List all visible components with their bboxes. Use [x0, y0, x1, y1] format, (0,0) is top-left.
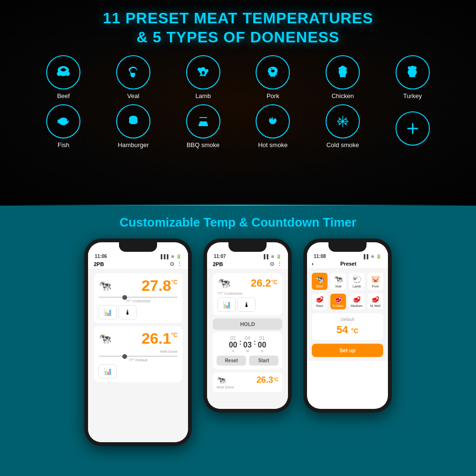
phone-3-preset-title: Preset [340, 261, 357, 267]
phone-2-temp-btn[interactable]: 🌡 [238, 298, 256, 312]
hot-smoke-icon-circle [256, 104, 290, 139]
cold-smoke-icon [332, 111, 353, 132]
hamburger-label: Hamburger [118, 141, 149, 149]
phone-1-probe-2-bottom: 77° Default [99, 356, 178, 362]
meat-item-hot-smoke[interactable]: Hot smoke [249, 104, 297, 149]
phone-3-status-icons: ▌▌ ≋ 🔋 [364, 254, 381, 259]
phone-3-temp-section: Default 54 °C [312, 313, 383, 340]
meat-item-chicken[interactable]: Chicken [319, 55, 367, 99]
phone-1-probe-1-temp: 27.8 °C [141, 277, 178, 295]
phone-2-probe-1-icon: 🐄 [218, 277, 230, 289]
doneness-medium[interactable]: 🥩 Medium [349, 294, 365, 309]
phone-1-temp-btn[interactable]: 🌡 [119, 305, 137, 319]
phone-2-header-icons: ⊙ ⋮ [270, 261, 282, 267]
phone-2-probe-1-top: 🐄 26.2 °C [218, 277, 278, 289]
preset-animal-veal[interactable]: 🐄 Veal [330, 273, 346, 290]
preset-temp-value: 54 °C [316, 324, 379, 336]
timer-col-m1: 04 03 M [243, 336, 252, 353]
doneness-mwell[interactable]: 🥩 M.Well [367, 294, 383, 309]
phone-1-toggle-icon[interactable]: ⊙ [170, 261, 174, 267]
fish-icon-circle [46, 104, 80, 139]
top-section: 11 PRESET MEAT TEMPERATURES & 5 TYPES OF… [0, 0, 476, 205]
meat-item-veal[interactable]: Veal [109, 55, 157, 99]
phone-1-probe-1-slider[interactable]: 77° Customize [99, 297, 178, 303]
phone-2-chart-btn[interactable]: 📊 [218, 298, 236, 312]
doneness-mrare[interactable]: 🥩 M.Rare [330, 294, 346, 309]
phone-2-probe-1-buttons: 📊 🌡 [218, 298, 278, 312]
slider-thumb-2 [122, 354, 127, 359]
timer-reset-btn[interactable]: Reset [217, 356, 246, 366]
meat-item-hamburger[interactable]: Hamburger [109, 104, 157, 149]
meat-item-bbq-smoke[interactable]: BBQ smoke [179, 104, 227, 149]
veal-icon [123, 62, 143, 82]
meat-row-1: Beef Veal Lamb [29, 55, 447, 99]
phone-3-status-bar: 11:08 ▌▌ ≋ 🔋 [307, 252, 388, 259]
phone-1-app-header: 2PB ⊙ ⋮ [88, 259, 188, 269]
phone-3-back-btn[interactable]: ‹ [312, 261, 314, 267]
phone-2-probe-1: 🐄 26.2 °C 77° Customize 📊 🌡 [213, 273, 282, 316]
pork-icon [263, 62, 283, 82]
bbq-smoke-label: BBQ smoke [187, 141, 219, 149]
meat-item-fish[interactable]: Fish [40, 104, 87, 149]
chicken-icon-circle [326, 55, 360, 89]
phone-2-hold-button[interactable]: HOLD [213, 318, 282, 330]
cold-smoke-icon-circle [326, 104, 360, 139]
phone-2-probe-2-top: 🐄 26.3 °C [217, 375, 278, 385]
phone-1-status-icons: ▌▌▌ ≋ 🔋 [161, 254, 181, 259]
hamburger-icon [123, 111, 144, 132]
phone-2-status-icons: ▌▌ ≋ 🔋 [264, 254, 281, 259]
beef-icon [53, 62, 73, 82]
phone-2-probe-2-icon: 🐄 [217, 376, 226, 385]
phone-1-probe-2-buttons: 📊 [99, 364, 178, 378]
phone-1: 11:06 ▌▌▌ ≋ 🔋 2PB ⊙ ⋮ 🐄 [84, 238, 192, 446]
meat-item-cold-smoke[interactable]: Cold smoke [319, 104, 367, 149]
phone-2: 11:07 ▌▌ ≋ 🔋 2PB ⊙ ⋮ 🐄 [203, 238, 292, 413]
phone-2-screen: 11:07 ▌▌ ≋ 🔋 2PB ⊙ ⋮ 🐄 [207, 242, 288, 409]
phone-2-menu-icon[interactable]: ⋮ [277, 261, 282, 267]
timer-start-btn[interactable]: Start [249, 356, 278, 366]
preset-animal-pork[interactable]: 🐷 Pork [367, 273, 383, 290]
hamburger-icon-circle [116, 104, 150, 139]
phone-1-status-bar: 11:06 ▌▌▌ ≋ 🔋 [88, 252, 188, 259]
main-title: 11 PRESET MEAT TEMPERATURES & 5 TYPES OF… [103, 9, 373, 47]
phone-2-content: 🐄 26.2 °C 77° Customize 📊 🌡 [207, 269, 288, 409]
meat-item-beef[interactable]: Beef [40, 55, 87, 99]
phone-2-time: 11:07 [214, 254, 226, 259]
phone-3-setup-btn[interactable]: Set up [312, 344, 383, 357]
slider-label: 77° Customize [99, 299, 178, 303]
preset-animal-beef[interactable]: 🐄 Beef [312, 273, 327, 290]
meat-item-lamb[interactable]: Lamb [179, 55, 227, 99]
phone-1-probe-2: 🐄 26.1 °C Well Done [94, 326, 182, 382]
timer-col-s1: 01 00 S [258, 336, 267, 353]
phone-1-probe-2-slider[interactable]: 77° Default [99, 356, 178, 362]
meat-item-custom[interactable] [389, 111, 436, 149]
custom-icon-circle [396, 111, 430, 146]
meat-item-pork[interactable]: Pork [249, 55, 297, 99]
preset-animal-lamb[interactable]: 🐑 Lamb [349, 273, 365, 290]
fish-label: Fish [58, 141, 69, 149]
phone-2-probe-2-status: Well Done [217, 385, 278, 389]
chicken-label: Chicken [331, 92, 354, 99]
lamb-label: Lamb [195, 92, 211, 99]
phone-1-menu-icon[interactable]: ⋮ [177, 261, 182, 267]
phone-1-probe-1-buttons: 📊 🌡 [99, 305, 178, 319]
doneness-rare[interactable]: 🥩 Rare [312, 294, 327, 309]
phone-2-toggle-icon[interactable]: ⊙ [270, 261, 274, 267]
bottom-title: Customizable Temp & Countdown Timer [119, 215, 356, 230]
phone-1-header-icons: ⊙ ⋮ [170, 261, 182, 267]
timer-digits: 02 00 H : 04 03 M : [217, 336, 278, 353]
hot-smoke-label: Hot smoke [258, 141, 288, 149]
slider-track [99, 297, 178, 298]
chicken-icon [332, 62, 353, 83]
meat-item-turkey[interactable]: Turkey [389, 55, 436, 99]
phone-1-chart-btn-2[interactable]: 📊 [99, 364, 117, 378]
preset-temp-label: Default [316, 317, 379, 322]
phone-2-probe-2-temp: 26.3 °C [257, 375, 278, 385]
beef-icon-circle [46, 55, 80, 89]
veal-label: Veal [127, 92, 139, 99]
phone-1-chart-btn[interactable]: 📊 [99, 305, 117, 319]
phone-1-probe-2-temp: 26.1 °C [141, 330, 178, 347]
phone-2-app-name: 2PB [213, 261, 223, 267]
bbq-smoke-icon [193, 111, 214, 132]
phone-3-doneness-grid: 🥩 Rare 🥩 M.Rare 🥩 Medium 🥩 [312, 294, 383, 309]
